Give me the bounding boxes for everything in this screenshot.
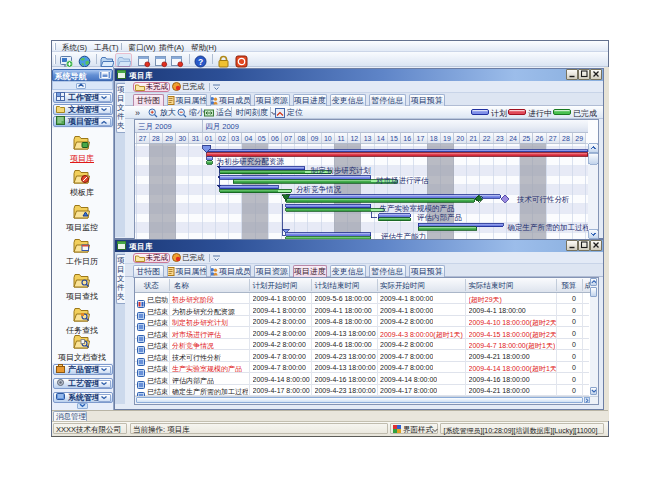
svg-text:08: 08 (297, 134, 305, 141)
svg-text:28: 28 (562, 134, 570, 141)
svg-text:28: 28 (151, 134, 159, 141)
svg-text:24: 24 (509, 134, 517, 141)
svg-text:制定初步研究计划: 制定初步研究计划 (310, 166, 371, 175)
svg-text:确定生产所需的加工过程: 确定生产所需的加工过程 (506, 222, 590, 231)
svg-text:分析竞争情况: 分析竞争情况 (296, 185, 342, 194)
svg-text:17: 17 (416, 134, 424, 141)
svg-text:20: 20 (456, 134, 464, 141)
svg-text:22: 22 (482, 134, 490, 141)
svg-text:31: 31 (191, 134, 199, 141)
svg-text:29: 29 (165, 134, 173, 141)
svg-text:27: 27 (138, 134, 146, 141)
svg-text:13: 13 (363, 134, 371, 141)
svg-text:四月 2009: 四月 2009 (205, 122, 239, 131)
svg-text:14: 14 (376, 134, 384, 141)
svg-text:07: 07 (284, 134, 292, 141)
svg-text:02: 02 (218, 134, 226, 141)
svg-text:03: 03 (231, 134, 239, 141)
svg-text:12: 12 (350, 134, 358, 141)
svg-text:10: 10 (323, 134, 331, 141)
svg-text:01: 01 (204, 134, 212, 141)
svg-text:为初步研究分配资源: 为初步研究分配资源 (216, 156, 284, 165)
svg-text:对市场进行评估: 对市场进行评估 (376, 175, 429, 184)
svg-text:30: 30 (178, 134, 186, 141)
svg-text:评估内部产品: 评估内部产品 (417, 213, 462, 222)
svg-text:26: 26 (535, 134, 543, 141)
svg-text:23: 23 (495, 134, 503, 141)
svg-text:11: 11 (337, 134, 344, 141)
svg-text:三月 2009: 三月 2009 (138, 122, 172, 131)
svg-text:技术可行性分析: 技术可行性分析 (516, 194, 570, 203)
svg-text:15: 15 (390, 134, 398, 141)
svg-text:04: 04 (244, 134, 252, 141)
svg-text:?: ? (198, 57, 203, 67)
svg-text:16: 16 (403, 134, 411, 141)
svg-text:19: 19 (443, 134, 451, 141)
svg-text:生产实验室规模的产品: 生产实验室规模的产品 (378, 203, 454, 212)
svg-text:评估生产能力: 评估生产能力 (381, 232, 426, 239)
svg-text:29: 29 (575, 134, 583, 141)
svg-text:27: 27 (548, 134, 556, 141)
svg-text:09: 09 (310, 134, 318, 141)
svg-text:25: 25 (522, 134, 530, 141)
svg-text:18: 18 (429, 134, 437, 141)
svg-text:06: 06 (271, 134, 279, 141)
svg-text:21: 21 (469, 134, 477, 141)
svg-text:05: 05 (257, 134, 265, 141)
